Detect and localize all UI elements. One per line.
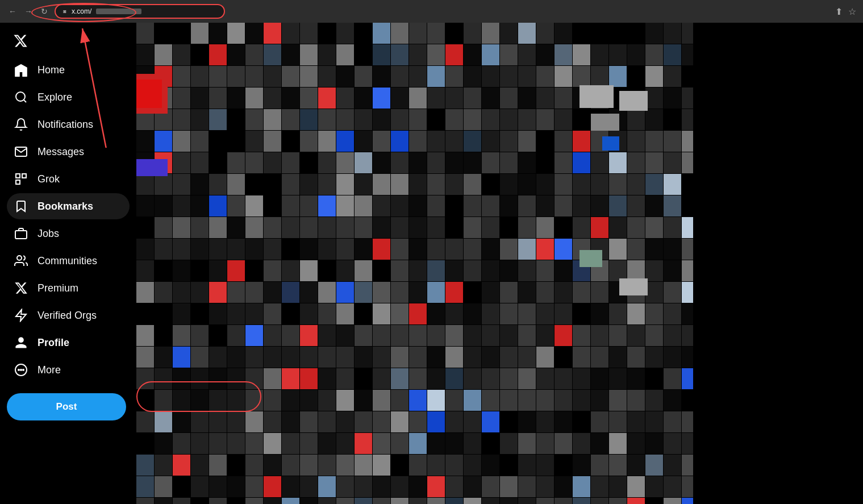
- browser-right-controls: ⬆ ☆: [835, 6, 856, 17]
- jobs-label: Jobs: [37, 228, 59, 240]
- forward-button[interactable]: →: [23, 6, 34, 17]
- svg-rect-5: [16, 174, 20, 178]
- post-button[interactable]: Post: [7, 393, 126, 420]
- verified-orgs-label: Verified Orgs: [37, 310, 97, 322]
- bookmarks-label: Bookmarks: [37, 201, 93, 213]
- sidebar-item-jobs[interactable]: Jobs: [7, 220, 130, 247]
- bell-icon: [14, 117, 28, 132]
- sidebar-item-home[interactable]: Home: [7, 57, 130, 83]
- svg-point-14: [23, 369, 24, 370]
- sidebar-item-bookmarks[interactable]: Bookmarks: [7, 193, 130, 219]
- svg-point-2: [16, 92, 25, 101]
- svg-point-13: [20, 369, 22, 370]
- x-logo[interactable]: [7, 27, 34, 55]
- redacted-url: [96, 9, 141, 14]
- svg-line-3: [24, 100, 26, 102]
- profile-label: Profile: [37, 337, 69, 349]
- sidebar-item-explore[interactable]: Explore: [7, 84, 130, 110]
- communities-label: Communities: [37, 255, 97, 267]
- share-icon[interactable]: ⬆: [835, 6, 843, 17]
- browser-chrome: ← → ↻ ◙ x.com/ ⬆ ☆: [0, 0, 863, 23]
- verified-orgs-icon: [14, 308, 28, 323]
- explore-icon: [14, 90, 28, 105]
- explore-label: Explore: [37, 91, 72, 103]
- grok-icon: [14, 172, 28, 186]
- premium-label: Premium: [37, 282, 78, 294]
- svg-rect-7: [16, 180, 20, 184]
- messages-icon: [14, 144, 28, 159]
- sidebar-item-verified-orgs[interactable]: Verified Orgs: [7, 302, 130, 328]
- svg-marker-10: [16, 310, 26, 321]
- home-label: Home: [37, 64, 65, 76]
- bookmark-browser-icon[interactable]: ☆: [848, 6, 856, 17]
- svg-point-9: [17, 256, 22, 260]
- reload-button[interactable]: ↻: [39, 6, 50, 17]
- notifications-label: Notifications: [37, 119, 93, 131]
- messages-label: Messages: [37, 146, 84, 158]
- sidebar-item-notifications[interactable]: Notifications: [7, 111, 130, 138]
- svg-rect-8: [15, 231, 27, 239]
- more-label: More: [37, 364, 61, 376]
- sidebar-item-messages[interactable]: Messages: [7, 139, 130, 165]
- sidebar-item-communities[interactable]: Communities: [7, 248, 130, 274]
- grok-label: Grok: [37, 173, 60, 185]
- home-icon: [14, 63, 28, 77]
- blurred-content: [136, 23, 693, 504]
- svg-point-12: [18, 369, 19, 370]
- sidebar-item-grok[interactable]: Grok: [7, 166, 130, 192]
- more-icon: [14, 363, 28, 377]
- premium-icon: [14, 281, 28, 295]
- sidebar-item-more[interactable]: More: [7, 357, 130, 383]
- sidebar: Home Explore Notifications: [0, 23, 136, 504]
- favicon-icon: ◙: [61, 8, 68, 15]
- content-area: [136, 23, 863, 504]
- svg-rect-6: [22, 174, 26, 178]
- back-button[interactable]: ←: [7, 6, 18, 17]
- main-layout: Home Explore Notifications: [0, 23, 863, 504]
- address-bar[interactable]: ◙ x.com/: [55, 4, 225, 19]
- communities-icon: [14, 253, 28, 268]
- sidebar-item-profile[interactable]: Profile: [7, 330, 130, 356]
- jobs-icon: [14, 226, 28, 241]
- profile-icon: [14, 335, 28, 350]
- url-text: x.com/: [72, 7, 91, 15]
- bookmark-icon: [14, 199, 28, 214]
- sidebar-item-premium[interactable]: Premium: [7, 275, 130, 301]
